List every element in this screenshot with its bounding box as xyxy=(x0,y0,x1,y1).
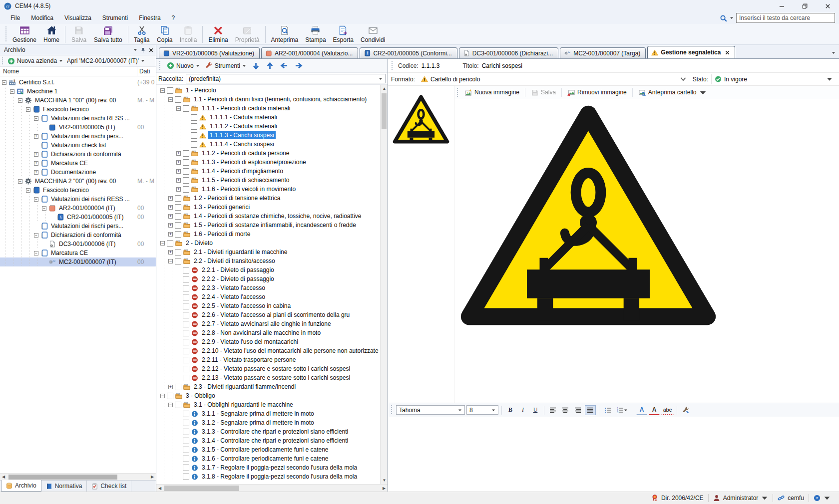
sign-item-2-2-8-non-avvicinarsi-alle-macchine-in-mot[interactable]: 2.2.8 - Non avvicinarsi alle macchine in… xyxy=(156,328,380,337)
sign-checkbox[interactable] xyxy=(183,105,189,112)
vscroll-thumb[interactable] xyxy=(382,93,387,129)
expand-expander-icon[interactable]: + xyxy=(34,161,38,166)
toolbar-salva-tutto[interactable]: Salva tutto xyxy=(90,24,126,44)
toolbar-home[interactable]: Home xyxy=(40,24,63,44)
statusbar-link[interactable]: cemfu xyxy=(773,492,809,504)
sign-item-1-2-pericoli-di-tensione-elettrica[interactable]: +1.2 - Pericoli di tensione elettrica xyxy=(156,194,380,203)
nuova-immagine-button[interactable]: Nuova immagine xyxy=(462,88,522,97)
doc-tab-cr2-001-000005-conformi[interactable]: §CR2-001/000005 (Conformi... xyxy=(360,47,457,58)
sign-checkbox[interactable] xyxy=(175,258,181,264)
archive-item-valutazioni-dei-rischi-ress[interactable]: −Valutazioni dei rischi RESS ... xyxy=(0,195,156,204)
sign-checkbox[interactable] xyxy=(183,267,189,273)
sign-checkbox[interactable] xyxy=(183,294,189,300)
sign-checkbox[interactable] xyxy=(183,321,189,327)
archive-item-fascicolo-tecnico[interactable]: −Fascicolo tecnico xyxy=(0,186,156,195)
menu-item[interactable]: ? xyxy=(166,13,181,23)
search-caret-icon[interactable] xyxy=(730,16,734,20)
menu-file[interactable]: File xyxy=(5,13,25,23)
expand-expander-icon[interactable]: + xyxy=(176,178,181,183)
collapse-expander-icon[interactable]: − xyxy=(160,88,165,93)
scroll-right-icon[interactable]: ▶ xyxy=(381,485,388,492)
sign-item-1-3-pericoli-generici[interactable]: +1.3 - Pericoli generici xyxy=(156,203,380,212)
sign-checkbox[interactable] xyxy=(191,123,197,130)
sign-item-1-1-1-4-carichi-sospesi[interactable]: 1.1.1.4 - Carichi sospesi xyxy=(156,140,380,149)
expand-expander-icon[interactable]: + xyxy=(168,250,173,254)
sign-item-3-1-obblighi-riguardanti-le-macchine[interactable]: −3.1 - Obblighi riguardanti le macchine xyxy=(156,400,380,409)
sign-item-3-1-1-segnalare-prima-di-mettere-in-moto[interactable]: 3.1.1 - Segnalare prima di mettere in mo… xyxy=(156,409,380,418)
expand-expander-icon[interactable]: + xyxy=(176,160,181,165)
archive-item-dichiarazioni-di-conformit[interactable]: +Dichiarazioni di conformità xyxy=(0,150,156,159)
toolbar-copia[interactable]: Copia xyxy=(153,24,176,44)
sign-item-1-1-4-pericoli-d-impigliamento[interactable]: +1.1.4 - Pericoli d'impigliamento xyxy=(156,167,380,176)
expand-expander-icon[interactable]: + xyxy=(176,187,181,192)
sign-item-1-1-2-pericoli-di-caduta-persone[interactable]: +1.1.2 - Pericoli di caduta persone xyxy=(156,149,380,158)
sign-checkbox[interactable] xyxy=(175,384,181,390)
column-header-nome[interactable]: Nome xyxy=(0,67,137,76)
sign-checkbox[interactable] xyxy=(175,204,181,211)
archive-item-macchine-1[interactable]: −Macchine 1 xyxy=(0,87,156,96)
font-size-select[interactable]: 8 xyxy=(466,405,498,415)
statusbar-language[interactable]: IT xyxy=(809,492,835,504)
sign-item-1-1-1-2-caduta-materiali[interactable]: 1.1.1.2 - Caduta materiali xyxy=(156,122,380,131)
collapse-expander-icon[interactable]: − xyxy=(26,188,30,193)
sign-item-2-2-6-vietato-l-accesso-ai-piani-di-scorri[interactable]: 2.2.6 - Vietato l'accesso ai piani di sc… xyxy=(156,310,380,319)
expand-expander-icon[interactable]: + xyxy=(168,223,173,228)
sign-checkbox[interactable] xyxy=(183,465,189,471)
minimize-button[interactable] xyxy=(770,0,793,12)
sign-checkbox[interactable] xyxy=(183,366,189,372)
collapse-expander-icon[interactable]: − xyxy=(160,241,165,246)
sign-checkbox[interactable] xyxy=(183,276,189,282)
panel-tab-check-list[interactable]: Check list xyxy=(87,481,131,492)
new-company-button[interactable]: Nuova azienda xyxy=(17,57,57,64)
sign-item-1-1-1-3-carichi-sospesi[interactable]: 1.1.1.3 - Carichi sospesi xyxy=(156,131,380,140)
sign-item-1-5-pericoli-di-sostanze-infiammabili-inca[interactable]: +1.5 - Pericoli di sostanze infiammabili… xyxy=(156,221,380,230)
panel-tab-archivio[interactable]: Archivio xyxy=(1,480,41,492)
sign-item-2-2-1-divieto-di-passaggio[interactable]: 2.2.1 - Divieto di passaggio xyxy=(156,265,380,274)
raccolta-select[interactable]: (predefinita) xyxy=(186,74,386,83)
close-button[interactable] xyxy=(816,0,839,12)
expand-expander-icon[interactable]: + xyxy=(176,151,181,156)
collapse-expander-icon[interactable]: − xyxy=(2,80,6,85)
sign-checkbox[interactable] xyxy=(183,339,189,345)
nuovo-button[interactable]: Nuovo xyxy=(165,61,201,70)
sign-item-2-2-13-vietato-passare-e-sostare-sotto-i-c[interactable]: 2.2.13 - Vietato passare e sostare sotto… xyxy=(156,373,380,382)
doc-tab-gestione-segnaletica[interactable]: Gestione segnaletica xyxy=(647,46,735,58)
statusbar-user[interactable]: Administrator xyxy=(709,492,773,504)
sign-checkbox[interactable] xyxy=(183,456,189,462)
font-family-select[interactable]: Tahoma xyxy=(396,405,465,415)
pin-icon[interactable] xyxy=(141,47,145,53)
maximize-button[interactable] xyxy=(793,0,816,12)
suspended-load-warning-sign[interactable] xyxy=(457,100,719,330)
move-right-button[interactable] xyxy=(293,61,305,70)
toolbar-stampa[interactable]: Stampa xyxy=(302,24,329,44)
rimuovi-immagine-button[interactable]: Rimuovi immagine xyxy=(565,88,629,97)
menu-modifica[interactable]: Modifica xyxy=(25,13,59,23)
anteprima-cartello-button[interactable]: Anteprima cartello xyxy=(636,88,709,97)
sign-item-3-1-3-controllare-che-ripari-e-protezioni-[interactable]: 3.1.3 - Controllare che ripari e protezi… xyxy=(156,427,380,436)
archive-item-cr2-001-000005-it[interactable]: §CR2-001/000005 (IT)00 xyxy=(0,213,156,222)
panel-close-icon[interactable] xyxy=(149,48,153,52)
search-input[interactable] xyxy=(736,13,835,23)
sign-checkbox[interactable] xyxy=(175,213,181,220)
expand-expander-icon[interactable]: + xyxy=(168,232,173,237)
doc-tab-dc3-001-000006-dichiarazi[interactable]: DC3-001/000006 (Dichiarazi... xyxy=(459,47,558,58)
panel-tab-normativa[interactable]: Normativa xyxy=(41,481,87,492)
column-header-dati[interactable]: Dati xyxy=(137,67,156,76)
sign-item-1-6-pericoli-di-morte[interactable]: +1.6 - Pericoli di morte xyxy=(156,230,380,239)
sign-item-2-2-4-vietato-l-accesso[interactable]: 2.2.4 - Vietato l'accesso xyxy=(156,292,380,301)
sign-checkbox[interactable] xyxy=(183,159,189,166)
stato-select[interactable]: In vigore xyxy=(711,74,836,84)
sign-checkbox[interactable] xyxy=(183,330,189,336)
italic-button[interactable]: I xyxy=(517,405,528,415)
scroll-left-icon[interactable]: ◀ xyxy=(0,474,7,481)
bullet-list-button[interactable] xyxy=(602,405,613,415)
expand-expander-icon[interactable]: + xyxy=(168,205,173,210)
sign-thumbnail[interactable] xyxy=(392,94,450,146)
tab-list-caret-icon[interactable] xyxy=(832,51,836,55)
sign-checkbox[interactable] xyxy=(183,474,189,480)
expand-expander-icon[interactable]: + xyxy=(168,214,173,219)
tab-close-icon[interactable] xyxy=(725,50,730,55)
sign-checkbox[interactable] xyxy=(191,141,197,148)
expand-expander-icon[interactable]: + xyxy=(34,134,38,139)
move-up-button[interactable] xyxy=(264,61,276,70)
